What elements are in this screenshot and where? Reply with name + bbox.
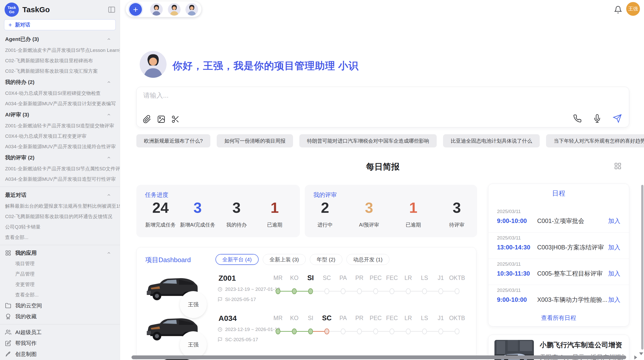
list-item[interactable]: A034-全新新能源MUV产品开发项目造型可行性评审 [0, 174, 120, 184]
daily-briefing-title: 每日简报 [136, 161, 629, 173]
folder-icon [5, 303, 11, 309]
list-item[interactable]: Z001-全新燃油轻卡产品开发项目SI节点属性5D文件评审 [0, 163, 120, 174]
schedule-date: 2025/03/11 [497, 209, 620, 214]
user-avatar[interactable]: 王强 [626, 2, 640, 16]
avatar[interactable] [185, 3, 198, 16]
milestone-dot [373, 288, 378, 294]
microphone-icon[interactable] [593, 114, 602, 123]
phone-icon[interactable] [573, 114, 582, 123]
milestone-dot [292, 288, 297, 294]
session-switcher: + [125, 1, 202, 17]
join-link[interactable]: 加入 [608, 269, 620, 278]
edit-icon [5, 340, 11, 346]
list-item[interactable]: C02-飞腾新能源轻客改款项目的闭环通告反馈情况 [0, 211, 120, 222]
milestone-dot [325, 288, 329, 294]
milestone-dot [341, 288, 346, 294]
new-session-button[interactable]: + [129, 3, 142, 16]
scissors-icon[interactable] [171, 115, 180, 124]
clock-icon [217, 327, 223, 332]
view-all-apps[interactable]: 查看全部... [0, 290, 120, 300]
tab-powertrain[interactable]: 动总开发 (1) [346, 254, 390, 265]
layout-grid-icon[interactable] [614, 162, 622, 170]
suggestion-chip[interactable]: 特朗普可能对进口汽车增税会对中国车企造成哪些影响 [299, 134, 437, 147]
tab-new-platform[interactable]: 全新平台 (4) [215, 254, 259, 265]
logo-line-2: Go [9, 10, 14, 14]
avatar[interactable] [168, 3, 181, 16]
list-item[interactable]: C0X4-动力总成开发项目SI里程碑提交物检查 [0, 88, 120, 98]
project-dashboard-card: 项目Dashboard 全新平台 (4) 全新上装 (3) 年型 (2) 动总开… [136, 247, 476, 360]
schedule-title: 日程 [488, 189, 629, 198]
list-item[interactable]: Z001-全新燃油皮卡产品开发项目SI节点Lesson Learn报告 [0, 45, 120, 55]
logo-line-1: Task [7, 5, 16, 10]
send-icon[interactable] [613, 114, 622, 123]
sidebar-item-ai-employee[interactable]: AI超级员工 [0, 327, 120, 338]
sidebar: Task Go TaskGo + 新对话 Agent已办 (3) Z001-全新… [0, 0, 120, 360]
suggestion-chip[interactable]: 当下年轻人对汽车外观有怎样的喜好趋势 [546, 134, 644, 147]
sidebar-collapse-icon[interactable] [108, 6, 116, 14]
scroll-right-arrow[interactable] [634, 355, 637, 359]
schedule-date: 2025/03/11 [497, 235, 620, 241]
chat-input[interactable] [143, 91, 621, 110]
sidebar-item-product-mgmt[interactable]: 产品管理 [0, 269, 120, 279]
project-row[interactable]: 王强 A034 2023-12-19 ~ 2026-01-19 SC-2025-… [137, 310, 476, 350]
view-all-schedule-link[interactable]: 查看所有日程 [488, 314, 629, 322]
join-link[interactable]: 加入 [608, 217, 620, 225]
card-title: 我的评审 [313, 191, 337, 199]
tab-new-body[interactable]: 全新上装 (3) [263, 254, 306, 265]
scroll-down-arrow[interactable] [639, 352, 643, 355]
sidebar-item-change-mgmt[interactable]: 变更管理 [0, 279, 120, 290]
new-chat-button[interactable]: + 新对话 [4, 19, 116, 30]
milestone-dot [276, 288, 281, 294]
sidebar-item-help-write[interactable]: 帮我写作 [0, 338, 120, 349]
list-item[interactable]: C02-飞腾新能源轻客改款项目里程碑画布 [0, 55, 120, 66]
list-item[interactable]: Z001-全新燃油轻卡产品开发项目SI造型提交物评审 [0, 121, 120, 131]
horizontal-scrollbar[interactable] [131, 355, 626, 359]
join-link[interactable]: 加入 [608, 296, 620, 304]
suggestion-chip[interactable]: 如何写一份清晰的项目周报 [217, 134, 293, 147]
chevron-up-icon [107, 251, 111, 255]
list-item[interactable]: 公司Q3轻卡销量 [0, 222, 120, 232]
schedule-time: 9:00-10:00 [497, 217, 537, 224]
section-my-todo[interactable]: 我的待办 (2) [0, 76, 120, 88]
chevron-up-icon [107, 112, 111, 117]
sidebar-item-creative-draw[interactable]: 创意制图 [0, 349, 120, 359]
list-item[interactable]: A034-全新新能源MUV产品开发项目法规符合性评审 [0, 141, 120, 152]
join-link[interactable]: 加入 [608, 243, 620, 251]
list-item[interactable]: C0X4-动力总成开发项目工程变更评审 [0, 131, 120, 141]
schedule-time: 9:00-10:00 [497, 296, 537, 303]
milestone-dot [292, 328, 297, 334]
list-item[interactable]: C02-飞腾新能源轻客改款项目立项汇报方案 [0, 66, 120, 76]
notification-bell-icon[interactable] [614, 6, 622, 14]
section-agent-done[interactable]: Agent已办 (3) [0, 33, 120, 45]
attachment-icon[interactable] [143, 115, 151, 124]
section-recent-chats[interactable]: 最近对话 [0, 189, 120, 201]
divider [0, 324, 120, 324]
milestone-dot [308, 288, 313, 294]
milestone-dot [390, 288, 394, 294]
list-item[interactable]: A034-全新新能源MUV产品开发项目计划变更表编写 [0, 98, 120, 109]
schedule-card: 日程 2025/03/11 9:00-10:00 C001-立项审批会 加入 2… [488, 184, 629, 326]
schedule-event: X003-车辆动力学性能验... [537, 296, 608, 304]
avatar[interactable] [150, 3, 163, 16]
sidebar-item-my-apps[interactable]: 我的应用 [0, 247, 120, 258]
sidebar-item-project-mgmt[interactable]: 项目管理 [0, 258, 120, 269]
suggestion-chip[interactable]: 欧洲新规最近颁布了什么? [136, 134, 210, 147]
flag-icon [217, 297, 223, 302]
section-ai-review[interactable]: AI评审 (3) [0, 109, 120, 121]
section-my-review[interactable]: 我的评审 (2) [0, 152, 120, 163]
vertical-scrollbar[interactable] [641, 185, 643, 350]
milestone-dot-overdue [325, 328, 329, 334]
dashboard-tabs: 全新平台 (4) 全新上装 (3) 年型 (2) 动总开发 (1) [215, 254, 389, 265]
image-icon[interactable] [157, 115, 166, 124]
view-all-chats[interactable]: 查看全部... [0, 232, 120, 243]
suggestion-chip[interactable]: 比亚迪全固态电池计划具体说了什么 [443, 134, 540, 147]
milestone-dot [438, 328, 443, 334]
list-item[interactable]: 解释最新出台的欧盟报废车法规再生塑料比例被调至15%... [0, 201, 120, 211]
schedule-item: 2025/03/11 9:00-10:00 C001-立项审批会 加入 [488, 206, 629, 232]
tab-model-year[interactable]: 年型 (2) [310, 254, 342, 265]
chevron-up-icon [107, 193, 111, 197]
milestone-dot [308, 328, 313, 334]
sidebar-item-cloud-space[interactable]: 我的云空间 [0, 300, 120, 311]
sidebar-item-favorites[interactable]: 我的收藏 [0, 311, 120, 322]
project-row[interactable]: 王强 Z001 2023-12-19 ~ 2027-01-19 SI-2025-… [137, 270, 476, 310]
